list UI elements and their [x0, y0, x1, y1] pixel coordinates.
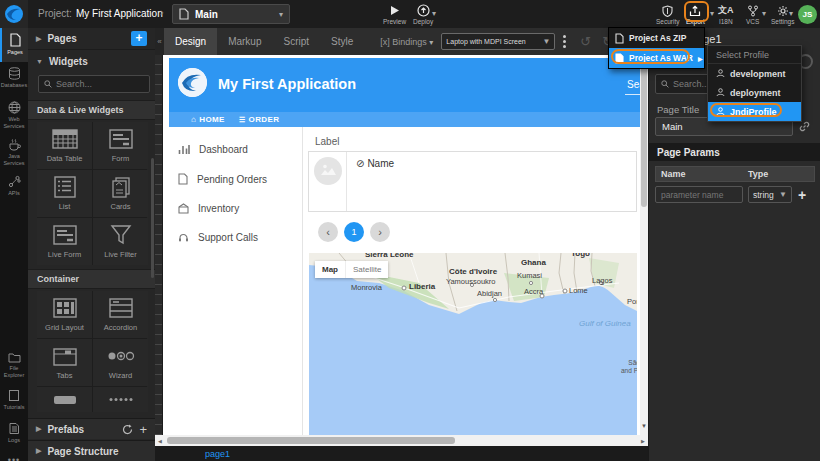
scroll-right-arrow-icon[interactable]: ▶ [638, 438, 648, 444]
refresh-icon[interactable] [122, 424, 133, 435]
page-select[interactable]: Main ▾ [172, 4, 290, 24]
map-city-lome: Lome [569, 286, 588, 295]
label-widget[interactable]: Label [315, 136, 339, 147]
satellite-button[interactable]: Satellite [345, 261, 388, 278]
tab-markup[interactable]: Markup [217, 28, 272, 55]
widget-live-filter[interactable]: Live Filter [93, 218, 148, 265]
add-prefab-button[interactable]: + [139, 422, 147, 437]
widget-form[interactable]: Form [93, 122, 148, 169]
widget-live-form[interactable]: Live Form [37, 218, 92, 265]
device-select[interactable]: Laptop with MDPI Screen▼ [441, 33, 555, 50]
wavemaker-logo-icon[interactable] [0, 0, 28, 28]
sidebar-item-tutorials[interactable]: Tutorials [0, 384, 28, 417]
map-widget[interactable]: Sierra Leone Monrovia Liberia Côte d'Ivo… [309, 253, 637, 435]
bind-link-icon[interactable] [799, 121, 810, 132]
widget-partial-2[interactable] [93, 387, 148, 412]
bindings-button[interactable]: [x] Bindings ▾ [380, 37, 433, 47]
preview-button[interactable]: Preview [383, 4, 406, 25]
horizontal-scrollbar-thumb[interactable] [167, 437, 455, 444]
widget-cards[interactable]: Cards [93, 170, 148, 217]
canvas-horizontal-scrollbar[interactable]: ◀ ▶ [155, 435, 648, 446]
security-button[interactable]: Security [656, 4, 679, 25]
widget-search-input[interactable]: Search... [38, 75, 150, 93]
sidebar-item-more[interactable]: ••• [0, 450, 28, 461]
widget-data-table[interactable]: Data Table [37, 122, 92, 169]
nav-home[interactable]: ⌂HOME [191, 115, 225, 124]
image-placeholder-icon [314, 157, 342, 185]
param-row: parameter name string▼ + [655, 186, 815, 203]
expanded-arrow-icon: ▼ [36, 58, 43, 65]
canvas-toolbar: « Design Markup Script Style [x] Binding… [155, 28, 648, 55]
widget-grid-layout[interactable]: Grid Layout [37, 291, 92, 338]
app-search-link[interactable]: Search [625, 79, 640, 95]
param-type-select[interactable]: string▼ [748, 186, 792, 203]
menu-item-project-as-zip[interactable]: Project As ZIP [609, 28, 704, 48]
widget-partial-1[interactable] [37, 387, 92, 412]
param-name-input[interactable]: parameter name [655, 186, 743, 203]
tab-script[interactable]: Script [273, 28, 321, 55]
sidebar-item-web-services[interactable]: Web Services [0, 96, 28, 133]
coffee-icon [8, 138, 21, 151]
widget-accordion[interactable]: Accordion [93, 291, 148, 338]
activity-bar: Pages Databases Web Services Java Servic… [0, 28, 28, 461]
undo-icon[interactable]: ↺ [580, 34, 591, 49]
status-page-name[interactable]: page1 [205, 449, 230, 459]
page-params-table: Name Type parameter name string▼ + [655, 166, 815, 203]
submenu-item-development[interactable]: development [708, 64, 801, 83]
pager-prev-button[interactable]: ‹ [318, 222, 338, 242]
card-image-cell [309, 152, 347, 211]
add-param-button[interactable]: + [798, 187, 806, 203]
more-options-button[interactable] [563, 35, 566, 48]
collapse-panel-button[interactable]: « [155, 28, 164, 55]
vertical-scrollbar-thumb[interactable] [641, 57, 647, 207]
column-name: Name [656, 169, 748, 179]
app-sidebar-dashboard[interactable]: Dashboard [169, 135, 302, 164]
pager-next-button[interactable]: › [370, 222, 390, 242]
avatar[interactable]: JS [798, 5, 817, 24]
deploy-chevron-icon: ▾ [432, 9, 436, 18]
tab-design[interactable]: Design [164, 28, 217, 55]
gear-icon [777, 4, 789, 17]
home-icon: ⌂ [191, 115, 196, 124]
annotation-highlight-jndi [710, 103, 782, 117]
sidebar-item-apis[interactable]: APIs [0, 170, 28, 205]
form-icon [109, 128, 133, 150]
add-page-button[interactable]: + [131, 31, 147, 46]
widget-wizard[interactable]: Wizard [93, 339, 148, 386]
left-panel-scrollbar[interactable] [151, 158, 154, 278]
i18n-icon: 文A [718, 4, 734, 17]
prefabs-section-header[interactable]: ▶ Prefabs + [28, 418, 155, 439]
app-sidebar-support-calls[interactable]: Support Calls [169, 223, 302, 252]
sidebar-item-pages[interactable]: Pages [0, 28, 28, 62]
vcs-button[interactable]: VCS [746, 4, 759, 25]
deploy-button[interactable]: Deploy [413, 4, 433, 25]
collapsed-arrow-icon: ▶ [36, 35, 41, 43]
map-island-label: São Toméand Príncipe [621, 359, 637, 374]
scroll-down-arrow-icon[interactable]: ▼ [640, 423, 648, 429]
i18n-button[interactable]: 文A I18N [718, 4, 734, 25]
submenu-header: Select Profile [708, 46, 801, 64]
nav-order[interactable]: ☰ORDER [239, 115, 280, 124]
design-canvas[interactable]: My First Application Search ⌂HOME ☰ORDER… [163, 55, 640, 435]
sidebar-item-java-services[interactable]: Java Services [0, 133, 28, 170]
sidebar-item-databases[interactable]: Databases [0, 62, 28, 96]
widgets-section-header[interactable]: ▼ Widgets [28, 50, 155, 72]
sidebar-item-logs[interactable]: Logs [0, 417, 28, 450]
pager-page-1[interactable]: 1 [344, 222, 364, 242]
page-structure-section-header[interactable]: ▶ Page Structure [28, 440, 155, 461]
widget-tabs[interactable]: Tabs [37, 339, 92, 386]
sidebar-item-file-explorer[interactable]: File Explorer [0, 347, 28, 384]
list-card[interactable]: ⊘ Name [308, 151, 637, 212]
app-sidebar-pending-orders[interactable]: Pending Orders [169, 164, 302, 194]
submenu-item-deployment[interactable]: deployment [708, 83, 801, 102]
pages-section-header[interactable]: ▶ Pages + [28, 28, 155, 50]
tab-style[interactable]: Style [320, 28, 364, 55]
app-nav: ⌂HOME ☰ORDER [169, 112, 640, 127]
profile-icon [716, 88, 725, 97]
canvas-vertical-scrollbar[interactable]: ▼ [640, 55, 648, 435]
pagination: ‹ 1 › [318, 222, 390, 242]
map-button[interactable]: Map [315, 261, 345, 278]
app-sidebar-inventory[interactable]: Inventory [169, 194, 302, 223]
widget-list[interactable]: List [37, 170, 92, 217]
scroll-left-arrow-icon[interactable]: ◀ [155, 438, 165, 444]
